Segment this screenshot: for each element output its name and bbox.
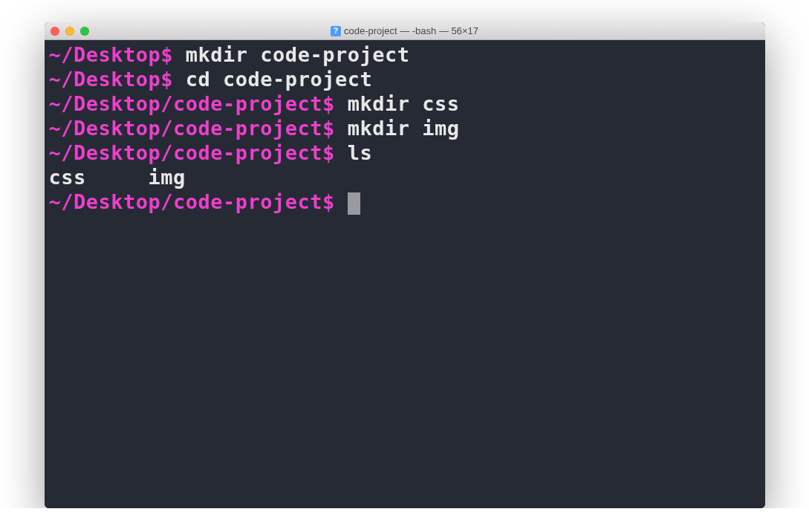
terminal-line: ~/Desktop/code-project$ ls [49, 141, 761, 166]
command-text: mkdir code-project [173, 43, 409, 66]
terminal-body[interactable]: ~/Desktop$ mkdir code-project~/Desktop$ … [45, 40, 765, 508]
terminal-line: ~/Desktop/code-project$ mkdir css [49, 92, 761, 117]
command-text: cd code-project [173, 68, 372, 91]
prompt-path: ~/Desktop/code-project$ [49, 190, 335, 213]
prompt-path: ~/Desktop$ [49, 68, 174, 91]
prompt-path: ~/Desktop$ [49, 43, 174, 66]
zoom-button[interactable] [80, 27, 89, 36]
close-button[interactable] [51, 27, 59, 36]
terminal-line: ~/Desktop$ cd code-project [49, 68, 761, 92]
cursor [348, 192, 360, 215]
window-titlebar[interactable]: ? code-project — -bash — 56×17 [45, 22, 765, 40]
prompt-path: ~/Desktop/code-project$ [49, 117, 335, 140]
terminal-output: css img [49, 166, 761, 190]
folder-icon: ? [331, 26, 341, 36]
prompt-path: ~/Desktop/code-project$ [49, 141, 335, 164]
traffic-lights [51, 27, 89, 36]
terminal-current-line: ~/Desktop/code-project$ [49, 190, 761, 215]
command-text: mkdir css [335, 92, 460, 115]
window-title-text: code-project — -bash — 56×17 [344, 25, 478, 36]
terminal-line: ~/Desktop/code-project$ mkdir img [49, 117, 761, 141]
terminal-window: ? code-project — -bash — 56×17 ~/Desktop… [45, 22, 765, 508]
minimize-button[interactable] [65, 27, 74, 36]
terminal-line: ~/Desktop$ mkdir code-project [49, 43, 761, 68]
command-text: mkdir img [335, 117, 460, 140]
prompt-path: ~/Desktop/code-project$ [49, 92, 335, 115]
command-text: ls [335, 141, 372, 164]
window-title: ? code-project — -bash — 56×17 [45, 25, 765, 36]
